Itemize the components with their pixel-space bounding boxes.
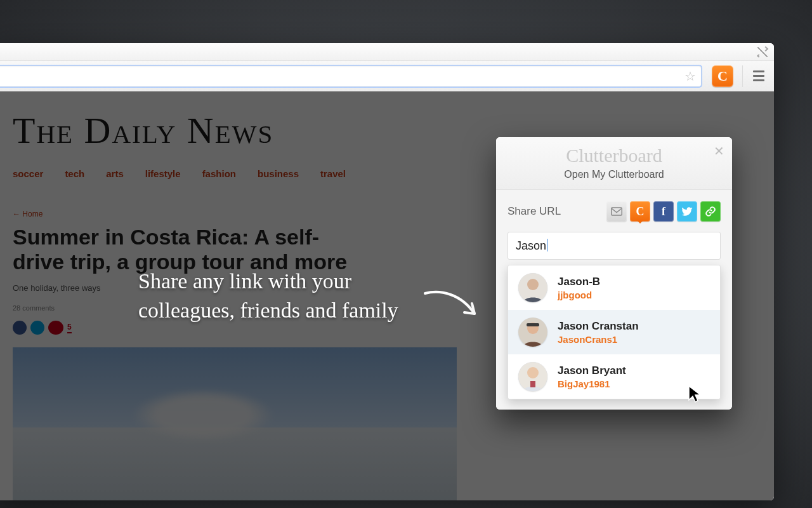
suggestion-handle: jjbgood <box>558 290 600 300</box>
text-caret <box>547 239 547 251</box>
svg-rect-5 <box>527 323 539 326</box>
suggestion-name: Jason Bryant <box>558 364 626 377</box>
close-icon[interactable]: ✕ <box>714 144 724 159</box>
suggestion-name: Jason-B <box>558 276 600 288</box>
window-titlebar <box>0 43 774 61</box>
suggestion-row[interactable]: Jason Cranstan JasonCrans1 <box>508 310 720 354</box>
suggestion-name: Jason Cranstan <box>558 320 639 333</box>
share-popup: ✕ Clutterboard Open My Clutterboard Shar… <box>496 137 732 410</box>
recipient-search-input[interactable]: Jason <box>508 232 721 260</box>
bookmark-star-icon[interactable]: ☆ <box>684 68 696 83</box>
svg-point-2 <box>527 279 539 290</box>
search-value: Jason <box>516 239 546 252</box>
suggestion-dropdown: Jason-B jjbgood Jason Cranstan JasonCran… <box>508 265 721 399</box>
share-clutterboard-icon[interactable]: C <box>630 201 650 222</box>
svg-point-7 <box>527 367 539 378</box>
share-icon-set: C f <box>606 201 721 222</box>
share-facebook-icon[interactable]: f <box>653 201 674 222</box>
popup-body: Share URL C f Jason <box>496 190 732 410</box>
svg-rect-8 <box>530 381 535 387</box>
share-mail-icon[interactable] <box>606 201 627 222</box>
clutterboard-extension-icon[interactable]: C <box>712 65 733 87</box>
avatar <box>518 362 547 391</box>
share-twitter-icon[interactable] <box>677 201 697 222</box>
popup-header: ✕ Clutterboard Open My Clutterboard <box>496 137 732 190</box>
url-bar[interactable]: ☆ <box>0 65 702 87</box>
share-url-label: Share URL <box>508 205 561 218</box>
mouse-cursor-icon <box>688 385 703 404</box>
svg-rect-0 <box>612 208 622 215</box>
popup-brand: Clutterboard <box>506 146 722 165</box>
expand-icon[interactable] <box>757 47 768 57</box>
open-clutterboard-link[interactable]: Open My Clutterboard <box>506 169 722 180</box>
avatar <box>518 273 547 302</box>
suggestion-handle: JasonCrans1 <box>558 334 639 345</box>
browser-toolbar: ☆ C <box>0 61 774 91</box>
suggestion-handle: BigJay1981 <box>558 378 626 389</box>
suggestion-row[interactable]: Jason-B jjbgood <box>508 265 720 310</box>
avatar <box>518 318 547 347</box>
share-link-icon[interactable] <box>700 201 721 222</box>
promo-caption: Share any link with your colleagues, fri… <box>138 267 411 325</box>
arrow-icon <box>421 287 485 325</box>
share-url-row: Share URL C f <box>508 201 721 222</box>
hamburger-menu-icon[interactable] <box>742 65 766 87</box>
